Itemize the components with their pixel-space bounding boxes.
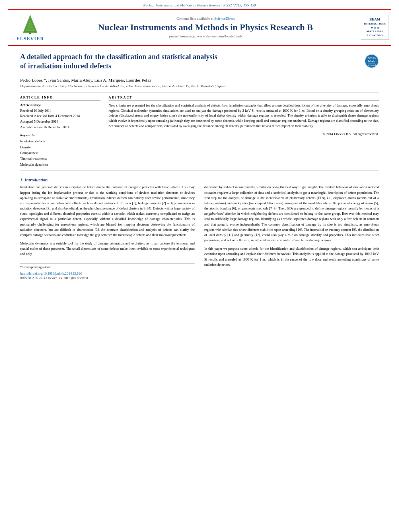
body-para-1: Irradiation can generate defects in a cr… (20, 185, 195, 238)
article-history-label: Article history: (20, 103, 101, 107)
beam-line4: MATERIALS (363, 30, 387, 34)
accepted-date: Accepted 5 December 2014 (20, 119, 101, 125)
elsevier-logo-area: ELSEVIER (8, 13, 52, 42)
copyright: © 2014 Elsevier B.V. All rights reserved… (109, 132, 379, 136)
svg-text:Cross: Cross (368, 57, 376, 60)
doi-link[interactable]: http://dx.doi.org/10.1016/j.nimb.2014.12… (20, 271, 195, 275)
beam-box: BEAM INTERACTIONS WITH MATERIALS AND ATO… (361, 15, 389, 40)
keyword-4: Thermal treatments (20, 156, 101, 161)
svg-text:Mark: Mark (368, 60, 375, 63)
article-info-abstract: ARTICLE INFO Article history: Received 1… (20, 96, 379, 168)
sciencedirect-link[interactable]: ScienceDirect (214, 16, 234, 21)
article-dates: Received 10 July 2014 Received in revise… (20, 108, 101, 130)
journal-homepage: journal homepage: www.elsevier.com/locat… (169, 34, 242, 38)
received-revised-date: Received in revised form 4 December 2014 (20, 113, 101, 119)
elsevier-tree-icon (16, 13, 44, 35)
divider-2 (20, 170, 379, 171)
beam-line5: AND ATOMS (363, 34, 387, 38)
contents-line: Contents lists available at ScienceDirec… (177, 16, 235, 21)
available-date: Available online 26 December 2014 (20, 125, 101, 130)
keyword-2: Density (20, 144, 101, 150)
keywords-list: Irradiation defects Density Compactness … (20, 138, 101, 167)
affiliation: Departamento de Electricidad y Electróni… (20, 84, 379, 88)
body-para-2: Molecular dynamics is a suitable tool fo… (20, 241, 195, 257)
elsevier-block: ELSEVIER (16, 13, 44, 42)
bottom-info: 0168-583X/© 2014 Elsevier B.V. All right… (20, 276, 195, 280)
article-info-header: ARTICLE INFO (20, 96, 101, 101)
journal-header-center: Contents lists available at ScienceDirec… (56, 13, 355, 42)
body-col-1: Irradiation can generate defects in a cr… (20, 185, 195, 279)
beam-line3: WITH (363, 26, 387, 30)
beam-title: BEAM (363, 17, 387, 22)
body-col-2: detectable by indirect measurements, sim… (204, 185, 379, 279)
journal-header: ELSEVIER Contents lists available at Sci… (8, 9, 391, 46)
title-area: Cross Mark check for updates A detailed … (20, 52, 379, 75)
received-date: Received 10 July 2014 (20, 108, 101, 114)
keywords-label: Keywords: (20, 133, 101, 137)
beam-box-area: BEAM INTERACTIONS WITH MATERIALS AND ATO… (359, 13, 391, 42)
footnote-area: * Corresponding author. (20, 263, 195, 269)
body-content: 1. Introduction Irradiation can generate… (20, 177, 379, 279)
section1-title: 1. Introduction (20, 177, 379, 182)
abstract: ABSTRACT New criteria are presented for … (109, 96, 379, 168)
top-journal-text: Nuclear Instruments and Methods in Physi… (143, 3, 256, 7)
body-two-col: Irradiation can generate defects in a cr… (20, 185, 379, 279)
journal-title: Nuclear Instruments and Methods in Physi… (98, 22, 313, 33)
body-para-3: detectable by indirect measurements, sim… (204, 185, 379, 243)
article-content: Cross Mark check for updates A detailed … (0, 46, 399, 286)
elsevier-label: ELSEVIER (16, 36, 44, 42)
svg-text:check for updates: check for updates (364, 64, 379, 66)
crossmark-icon: Cross Mark check for updates (364, 54, 379, 68)
body-para-4: In this paper we propose some criteria f… (204, 246, 379, 267)
keyword-3: Compactness (20, 150, 101, 156)
article-info: ARTICLE INFO Article history: Received 1… (20, 96, 101, 168)
keyword-1: Irradiation defects (20, 138, 101, 144)
beam-line2: INTERACTIONS (363, 22, 387, 26)
keyword-5: Molecular dynamics (20, 162, 101, 167)
doi-anchor[interactable]: http://dx.doi.org/10.1016/j.nimb.2014.12… (20, 271, 82, 275)
abstract-header: ABSTRACT (109, 96, 379, 101)
corresponding-author-footnote: * Corresponding author. (20, 265, 195, 269)
divider-1 (20, 92, 379, 92)
crossmark: Cross Mark check for updates (364, 54, 379, 69)
top-journal-link: Nuclear Instruments and Methods in Physi… (0, 0, 399, 9)
authors: Pedro López *, Iván Santos, María Aboy, … (20, 78, 379, 82)
page: Nuclear Instruments and Methods in Physi… (0, 0, 399, 532)
abstract-text: New criteria are presented for the class… (109, 103, 379, 129)
article-title: A detailed approach for the classificati… (20, 52, 379, 71)
